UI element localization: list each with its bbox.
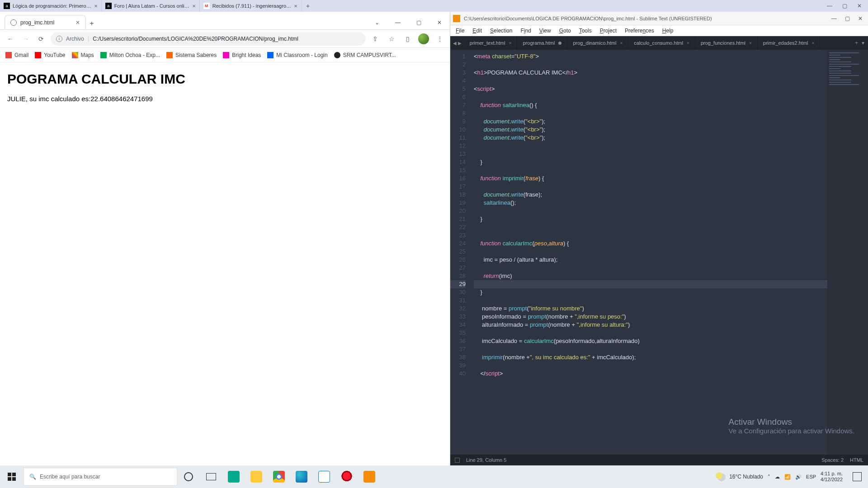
- bookmark-maps[interactable]: Maps: [72, 52, 94, 58]
- new-tab-button[interactable]: +: [302, 2, 314, 9]
- menu-edit[interactable]: Edit: [469, 27, 486, 35]
- taskbar-app-edge[interactable]: [290, 465, 313, 488]
- status-position: Line 29, Column 5: [466, 457, 506, 463]
- site-icon: [223, 52, 229, 58]
- mail-icon: [228, 471, 240, 483]
- volume-icon[interactable]: 🔊: [795, 474, 802, 480]
- file-tab[interactable]: calculo_consumo.html×: [628, 36, 695, 50]
- close-icon[interactable]: ✕: [429, 16, 450, 29]
- maximize-icon[interactable]: ▢: [408, 16, 429, 29]
- new-tab-icon[interactable]: +: [855, 40, 858, 46]
- bookmark-bright[interactable]: Bright Ideas: [223, 52, 261, 58]
- file-tab[interactable]: prog_funciones.html×: [695, 36, 758, 50]
- taskbar-app-sublime[interactable]: [358, 465, 381, 488]
- maps-icon: [72, 52, 78, 58]
- minimize-icon[interactable]: —: [831, 15, 837, 22]
- chrome-icon: [273, 471, 285, 483]
- file-tab[interactable]: prog_dinamico.html×: [567, 36, 628, 50]
- site-info-icon[interactable]: i: [56, 36, 62, 42]
- taskbar-app-store[interactable]: [313, 465, 335, 488]
- close-icon[interactable]: ×: [749, 41, 752, 46]
- action-center-icon[interactable]: [853, 472, 862, 481]
- bookmark-gmail[interactable]: Gmail: [5, 52, 28, 58]
- close-icon[interactable]: ✕: [294, 4, 297, 9]
- ime-indicator[interactable]: ESP: [806, 474, 816, 479]
- taskbar-app-opera[interactable]: [335, 465, 358, 488]
- profile-avatar[interactable]: [418, 33, 429, 44]
- forward-button[interactable]: →: [20, 33, 32, 45]
- bookmark-saberes[interactable]: Sistema Saberes: [166, 52, 217, 58]
- back-button[interactable]: ←: [5, 33, 16, 45]
- top-tab-0[interactable]: a Lógica de programación: Primero… ✕: [0, 0, 102, 12]
- chrome-tabstrip: prog_imc.html ✕ + ⌄ — ▢ ✕: [0, 12, 450, 30]
- top-tab-2[interactable]: M Recibidos (7.911) - ingenieraagro… ✕: [200, 0, 302, 12]
- minimize-icon[interactable]: —: [387, 16, 408, 29]
- start-button[interactable]: [0, 465, 24, 488]
- taskbar-app-mail[interactable]: [222, 465, 245, 488]
- menu-preferences[interactable]: Preferences: [621, 27, 658, 35]
- gmail-icon: [5, 52, 12, 58]
- top-tab-1[interactable]: a Foro | Alura Latam - Cursos onli… ✕: [102, 0, 200, 12]
- bookmark-classroom[interactable]: Mi Classroom - Login: [267, 52, 327, 58]
- menu-tools[interactable]: Tools: [576, 27, 595, 35]
- browser-top-tabstrip: a Lógica de programación: Primero… ✕ a F…: [0, 0, 868, 12]
- file-tab[interactable]: programa.html: [517, 36, 567, 50]
- windows-taskbar: 🔍 Escribe aquí para buscar 16°C Nublado …: [0, 465, 868, 488]
- system-tray[interactable]: ˄ ☁ 📶 🔊 ESP: [768, 474, 816, 480]
- cortana-button[interactable]: [177, 465, 200, 488]
- taskbar-app-chrome[interactable]: [268, 465, 290, 488]
- maximize-icon[interactable]: ▢: [845, 15, 850, 22]
- maximize-icon[interactable]: ▢: [842, 3, 847, 9]
- close-icon[interactable]: ×: [687, 41, 689, 46]
- file-tab[interactable]: primer_text.html×: [464, 36, 518, 50]
- minimap[interactable]: [827, 50, 868, 455]
- share-icon[interactable]: ⇪: [369, 33, 381, 45]
- chrome-toolbar: ← → ⟳ i Archivo | C:/Users/escritorio/Do…: [0, 30, 450, 48]
- menu-view[interactable]: View: [536, 27, 555, 35]
- chevron-down-icon[interactable]: ⌄: [367, 16, 387, 29]
- close-icon[interactable]: ✕: [858, 15, 863, 22]
- network-icon[interactable]: 📶: [784, 474, 791, 480]
- task-view-button[interactable]: [200, 465, 222, 488]
- close-icon[interactable]: ×: [812, 41, 815, 46]
- onedrive-icon[interactable]: ☁: [775, 474, 780, 480]
- bookmark-youtube[interactable]: YouTube: [35, 52, 65, 58]
- code-editor[interactable]: 1234567891011121314151617181920212223242…: [450, 50, 827, 455]
- bookmark-srm[interactable]: SRM CAMPUSVIRT...: [334, 52, 396, 58]
- bookmark-milton[interactable]: Milton Ochoa - Exp...: [100, 52, 160, 58]
- menu-find[interactable]: Find: [517, 27, 534, 35]
- panel-switcher-icon[interactable]: [455, 458, 460, 463]
- menu-project[interactable]: Project: [596, 27, 620, 35]
- taskbar-search[interactable]: 🔍 Escribe aquí para buscar: [24, 468, 177, 486]
- chrome-tab-active[interactable]: prog_imc.html ✕: [5, 15, 86, 29]
- side-panel-icon[interactable]: ▯: [402, 33, 414, 45]
- top-tab-label: Foro | Alura Latam - Cursos onli…: [114, 3, 189, 9]
- minimize-icon[interactable]: —: [827, 3, 832, 9]
- taskbar-clock[interactable]: 4:11 p. m. 4/12/2022: [821, 471, 844, 483]
- close-icon[interactable]: ✕: [94, 4, 98, 9]
- close-icon[interactable]: ×: [620, 41, 623, 46]
- chrome-new-tab-button[interactable]: +: [86, 18, 98, 29]
- tab-nav-arrows[interactable]: ◀ ▶: [450, 36, 464, 50]
- address-bar[interactable]: i Archivo | C:/Users/escritorio/Document…: [51, 32, 366, 46]
- taskbar-app-explorer[interactable]: [245, 465, 268, 488]
- menu-selection[interactable]: Selection: [486, 27, 516, 35]
- reload-button[interactable]: ⟳: [35, 33, 47, 45]
- menu-help[interactable]: Help: [659, 27, 677, 35]
- status-lang[interactable]: HTML: [850, 457, 863, 463]
- close-icon[interactable]: ×: [509, 41, 512, 46]
- close-icon[interactable]: ✕: [192, 4, 196, 9]
- chevron-up-icon[interactable]: ˄: [768, 474, 770, 480]
- alura-icon: a: [4, 3, 10, 9]
- close-icon[interactable]: ✕: [857, 3, 862, 9]
- taskbar-weather[interactable]: 16°C Nublado: [716, 472, 763, 482]
- kebab-menu-icon[interactable]: ⋮: [434, 33, 445, 45]
- dropdown-icon[interactable]: ▾: [862, 40, 864, 46]
- close-icon[interactable]: ✕: [75, 19, 80, 26]
- status-spaces[interactable]: Spaces: 2: [821, 457, 844, 463]
- file-tab[interactable]: primir_edades2.html×: [758, 36, 821, 50]
- menu-file[interactable]: File: [452, 27, 468, 35]
- star-icon[interactable]: ☆: [386, 33, 397, 45]
- menu-goto[interactable]: Goto: [556, 27, 575, 35]
- code-area[interactable]: <meta charset="UTF-8"><h1>POGRAMA CALCUL…: [470, 50, 827, 455]
